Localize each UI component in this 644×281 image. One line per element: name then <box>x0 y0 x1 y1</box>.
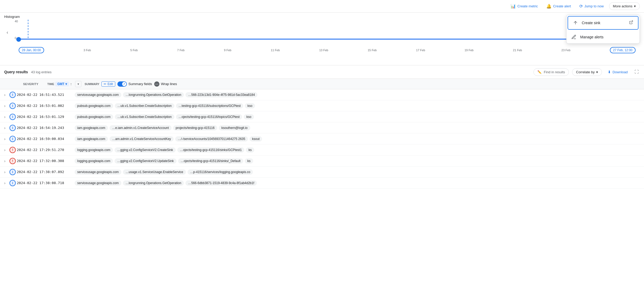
create-metric-button[interactable]: 📊 Create metric <box>507 2 541 10</box>
sort-asc-icon[interactable]: ↑ <box>70 82 72 86</box>
correlate-by-button[interactable]: Correlate by ▾ <box>572 68 602 76</box>
download-label: Download <box>612 70 628 74</box>
row-expand-icon[interactable]: › <box>4 170 9 174</box>
create-sink-item[interactable]: Create sink <box>568 16 638 30</box>
severity-icon: i <box>9 92 16 98</box>
top-toolbar: 📊 Create metric 🔔 Create alert ⟳ Jump to… <box>0 0 644 13</box>
create-alert-icon: 🔔 <box>546 4 552 9</box>
log-timestamp: 2024-02-22 16:53:01.002 <box>17 104 75 108</box>
jump-to-now-label: Jump to now <box>584 4 604 8</box>
date-end-pill[interactable]: 27 Feb, 12:00 <box>610 47 636 53</box>
correlate-by-label: Correlate by <box>576 70 595 74</box>
wrap-lines-label: Wrap lines <box>161 82 177 86</box>
log-timestamp: 2024-02-22 16:51:43.521 <box>17 93 75 97</box>
log-entries-count: 43 log entries <box>31 70 51 74</box>
row-expand-icon[interactable]: › <box>4 181 9 185</box>
log-chip: logging.googleapis.com <box>75 158 113 164</box>
log-chip: …566-6dbb3871-1519-4839-9c4a-8f1ab4d2b1f <box>185 180 257 186</box>
log-chip: logging.googleapis.com <box>75 147 113 153</box>
edit-summary-button[interactable]: ✏ Edit <box>101 81 115 87</box>
log-chip: serviceusage.googleapis.com <box>75 180 121 186</box>
log-timestamp: 2024-02-22 17:38:07.892 <box>17 170 75 174</box>
row-expand-icon[interactable]: › <box>4 104 9 108</box>
log-chip: …longrunning.Operations.GetOperation <box>123 92 184 97</box>
log-chip: …/-/serviceAccounts/10456937011464275 26… <box>175 136 248 142</box>
histogram-section: Histogram ‹ 40 0 28 Jan, 00:00 3 Feb 5 F… <box>0 13 644 65</box>
find-in-results-button[interactable]: ✏️ Find in results <box>533 68 569 76</box>
wrap-lines-icon: — <box>154 81 159 87</box>
time-col-header: TIME GMT ▾ ↑ <box>47 82 72 86</box>
date-start-pill[interactable]: 28 Jan, 00:00 <box>19 47 44 53</box>
create-alert-button[interactable]: 🔔 Create alert <box>543 2 574 10</box>
log-chip: pubsub.googleapis.com <box>75 103 113 108</box>
date-label-15feb: 15 Feb <box>368 49 377 52</box>
log-chip: iam.googleapis.com <box>75 136 108 142</box>
timeline-left-handle[interactable] <box>16 37 21 42</box>
date-label-23feb: 23 Feb <box>562 49 570 52</box>
log-timestamp: 2024-02-22 17:32:00.308 <box>17 159 75 163</box>
edit-label: Edit <box>107 82 113 86</box>
log-chip: projects/testing-gcp-415116 <box>173 125 217 131</box>
severity-col-header: SEVERITY <box>23 82 44 86</box>
create-metric-label: Create metric <box>517 4 538 8</box>
row-expand-icon[interactable]: › <box>4 137 9 141</box>
log-chip: …566-223c13d1-904e-4f75-981d-5ac33ea8184 <box>185 92 257 97</box>
svg-line-1 <box>631 21 633 23</box>
log-chip: kso <box>244 114 254 119</box>
row-expand-icon[interactable]: › <box>4 126 9 130</box>
summary-fields-toggle[interactable]: ✓ Summary fields <box>117 81 152 87</box>
table-row[interactable]: › i 2024-02-22 16:53:01.129 pubsub.googl… <box>0 111 644 122</box>
table-row[interactable]: › i 2024-02-22 16:53:01.002 pubsub.googl… <box>0 100 644 111</box>
log-chip: …ojects/testing-gcp-415116/sinks/GCPtest… <box>177 147 244 153</box>
histogram-title: Histogram <box>4 15 640 19</box>
row-expand-icon[interactable]: › <box>4 115 9 119</box>
find-in-results-label: Find in results <box>544 70 565 74</box>
log-chips: pubsub.googleapis.com…ub.v1.Subscriber.C… <box>75 114 640 119</box>
timeline-track <box>19 39 636 40</box>
log-chip: serviceusage.googleapis.com <box>75 92 121 97</box>
severity-icon: ! <box>9 147 16 153</box>
wrap-lines-toggle[interactable]: — Wrap lines <box>154 81 177 87</box>
gmt-selector[interactable]: GMT ▾ <box>55 82 69 86</box>
row-expand-icon[interactable]: › <box>4 93 9 97</box>
log-chip: ks <box>246 147 254 153</box>
log-chips: logging.googleapis.com…gging.v2.ConfigSe… <box>75 147 640 153</box>
table-row[interactable]: › i 2024-02-22 16:51:43.521 serviceusage… <box>0 89 644 100</box>
table-row[interactable]: › i 2024-02-22 16:54:19.243 iam.googleap… <box>0 122 644 133</box>
more-actions-button[interactable]: More actions ▾ <box>609 2 640 10</box>
row-expand-icon[interactable]: › <box>4 148 9 152</box>
column-dropdown-button[interactable]: ▾ <box>75 81 81 87</box>
expand-button[interactable]: ⛶ <box>633 69 640 75</box>
row-expand-icon[interactable]: › <box>4 159 9 163</box>
edit-icon: ✏ <box>104 82 106 86</box>
chevron-down-icon: ▾ <box>634 4 636 8</box>
table-row[interactable]: › i 2024-02-22 16:59:00.034 iam.googleap… <box>0 133 644 144</box>
log-timestamp: 2024-02-22 16:59:00.034 <box>17 137 75 141</box>
create-sink-label: Create sink <box>582 21 600 25</box>
log-chip: …testing-gcp-415116/subscriptions/GCPtes… <box>176 103 243 108</box>
log-chip: ks <box>245 158 253 164</box>
manage-alerts-label: Manage alerts <box>580 35 604 39</box>
table-row[interactable]: › i 2024-02-22 17:38:07.892 serviceusage… <box>0 166 644 178</box>
toggle-switch[interactable]: ✓ <box>117 81 127 87</box>
table-row[interactable]: › ! 2024-02-22 17:32:00.308 logging.goog… <box>0 155 644 166</box>
manage-alerts-item[interactable]: Manage alerts <box>567 31 640 43</box>
date-label-9feb: 9 Feb <box>224 49 231 52</box>
expand-icon: ⛶ <box>635 70 639 74</box>
log-chip: …longrunning.Operations.GetOperation <box>123 180 184 186</box>
table-row[interactable]: › i 2024-02-22 17:38:08.718 serviceusage… <box>0 178 644 189</box>
find-icon: ✏️ <box>537 70 542 74</box>
date-label-13feb: 13 Feb <box>319 49 328 52</box>
log-chip: serviceusage.googleapis.com <box>75 169 121 175</box>
date-label-21feb: 21 Feb <box>513 49 522 52</box>
log-chips: serviceusage.googleapis.com…longrunning.… <box>75 180 640 186</box>
query-results-bar: Query results 43 log entries ✏️ Find in … <box>0 65 644 79</box>
jump-to-now-button[interactable]: ⟳ Jump to now <box>576 2 607 10</box>
log-chip: …ojects/testing-gcp-415116/topics/GCPtes… <box>176 114 242 119</box>
table-row[interactable]: › ! 2024-02-22 17:29:51.270 logging.goog… <box>0 144 644 155</box>
log-chips: iam.googleapis.com…e.iam.admin.v1.Create… <box>75 125 640 131</box>
chart-nav-left-button[interactable]: ‹ <box>4 28 11 37</box>
log-chips: iam.googleapis.com…am.admin.v1.CreateSer… <box>75 136 640 142</box>
severity-icon: i <box>9 125 16 131</box>
download-button[interactable]: ⬇ Download <box>605 68 630 76</box>
